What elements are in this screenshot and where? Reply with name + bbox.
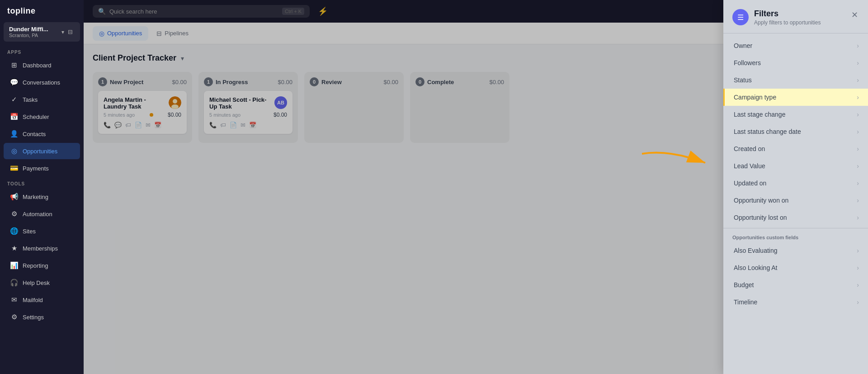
sidebar-item-marketing-label: Marketing (23, 194, 48, 200)
memberships-icon: ★ (10, 244, 18, 252)
filter-item-budget[interactable]: Budget › (723, 276, 868, 294)
filter-owner-label: Owner (734, 42, 857, 49)
sidebar-item-conversations-label: Conversations (23, 79, 60, 86)
sidebar-item-tasks-label: Tasks (23, 96, 38, 103)
settings-icon: ⚙ (10, 313, 18, 321)
filter-updated-on-label: Updated on (734, 180, 857, 187)
sidebar-item-mailfold[interactable]: ✉ Mailfold (4, 292, 80, 308)
filter-item-owner[interactable]: Owner › (723, 37, 868, 54)
filter-campaign-type-chevron-icon: › (857, 94, 859, 101)
filter-lead-value-label: Lead Value (734, 162, 857, 170)
sidebar-item-helpdesk-label: Help Desk (23, 279, 50, 286)
filters-panel: ☰ Filters Apply filters to opportunities… (723, 0, 868, 374)
filter-item-lead-value[interactable]: Lead Value › (723, 157, 868, 175)
filter-item-last-status-change-date[interactable]: Last status change date › (723, 123, 868, 140)
conversations-icon: 💬 (10, 78, 18, 86)
sidebar-expand-button[interactable]: ⊟ (66, 27, 75, 37)
scheduler-icon: 📅 (10, 113, 18, 121)
sidebar-item-reporting-label: Reporting (23, 262, 48, 269)
marketing-icon: 📢 (10, 193, 18, 201)
filter-also-looking-at-label: Also Looking At (734, 264, 857, 271)
main-area: 🔍 Quick search here Ctrl + K ⚡ T ◎ Oppor… (84, 0, 868, 374)
filter-opportunity-won-on-chevron-icon: › (857, 197, 859, 204)
sidebar-item-helpdesk[interactable]: 🎧 Help Desk (4, 275, 80, 291)
filters-close-button[interactable]: ✕ (850, 9, 859, 21)
workspace-name: Dunder Miffi... (9, 26, 60, 33)
app-name: topline (7, 6, 36, 16)
automation-icon: ⚙ (10, 210, 18, 218)
filter-item-opportunity-won-on[interactable]: Opportunity won on › (723, 192, 868, 209)
sidebar-item-dashboard[interactable]: ⊞ Dashboard (4, 57, 80, 73)
sidebar-logo: topline (0, 0, 84, 22)
filter-item-status[interactable]: Status › (723, 71, 868, 89)
workspace-chevron-icon: ▾ (61, 29, 64, 35)
reporting-icon: 📊 (10, 261, 18, 270)
filter-icon-symbol: ☰ (737, 13, 744, 22)
apps-section-label: Apps (0, 45, 84, 57)
filter-updated-on-chevron-icon: › (857, 180, 859, 187)
sidebar-item-memberships-label: Memberships (23, 245, 58, 252)
filters-divider (723, 228, 868, 228)
filter-last-status-change-date-label: Last status change date (734, 128, 857, 135)
dashboard-icon: ⊞ (10, 61, 18, 69)
filters-header: ☰ Filters Apply filters to opportunities… (723, 0, 868, 33)
sidebar-item-automation[interactable]: ⚙ Automation (4, 206, 80, 222)
sites-icon: 🌐 (10, 227, 18, 235)
sidebar-item-marketing[interactable]: 📢 Marketing (4, 189, 80, 205)
filter-created-on-chevron-icon: › (857, 145, 859, 152)
filter-last-stage-change-label: Last stage change (734, 111, 857, 118)
helpdesk-icon: 🎧 (10, 279, 18, 287)
sidebar-item-automation-label: Automation (23, 211, 52, 218)
custom-fields-label: Opportunities custom fields (723, 230, 868, 242)
sidebar-item-payments[interactable]: 💳 Payments (4, 160, 80, 176)
filter-item-also-evaluating[interactable]: Also Evaluating › (723, 242, 868, 259)
filter-owner-chevron-icon: › (857, 42, 859, 49)
filter-also-evaluating-chevron-icon: › (857, 247, 859, 254)
opportunities-icon: ◎ (10, 147, 18, 155)
filter-status-label: Status (734, 76, 857, 84)
sidebar-item-payments-label: Payments (23, 165, 49, 172)
workspace-selector[interactable]: Dunder Miffi... Scranton, PA ▾ ⊟ (4, 22, 80, 42)
filter-followers-label: Followers (734, 59, 857, 66)
sidebar-item-conversations[interactable]: 💬 Conversations (4, 74, 80, 90)
sidebar-item-sites-label: Sites (23, 228, 36, 235)
filter-item-updated-on[interactable]: Updated on › (723, 175, 868, 192)
sidebar-item-reporting[interactable]: 📊 Reporting (4, 257, 80, 274)
filter-timeline-label: Timeline (734, 298, 857, 306)
filter-campaign-type-label: Campaign type (734, 94, 857, 101)
filter-followers-chevron-icon: › (857, 59, 859, 66)
tasks-icon: ✓ (10, 95, 18, 104)
contacts-icon: 👤 (10, 130, 18, 138)
workspace-location: Scranton, PA (9, 33, 60, 38)
sidebar-item-opportunities-label: Opportunities (23, 148, 57, 155)
sidebar-item-settings[interactable]: ⚙ Settings (4, 309, 80, 325)
filter-item-created-on[interactable]: Created on › (723, 140, 868, 157)
filter-budget-label: Budget (734, 281, 857, 289)
filter-opportunity-won-on-label: Opportunity won on (734, 197, 857, 204)
filter-created-on-label: Created on (734, 145, 857, 152)
sidebar-item-tasks[interactable]: ✓ Tasks (4, 91, 80, 108)
filter-last-status-change-date-chevron-icon: › (857, 128, 859, 135)
sidebar-item-settings-label: Settings (23, 314, 44, 321)
filter-also-looking-at-chevron-icon: › (857, 264, 859, 271)
sidebar-item-contacts-label: Contacts (23, 131, 46, 137)
filter-item-followers[interactable]: Followers › (723, 54, 868, 71)
filter-item-also-looking-at[interactable]: Also Looking At › (723, 259, 868, 276)
filters-subtitle: Apply filters to opportunities (754, 19, 845, 26)
filters-title: Filters (754, 9, 845, 19)
sidebar-item-scheduler[interactable]: 📅 Scheduler (4, 109, 80, 125)
sidebar-item-contacts[interactable]: 👤 Contacts (4, 126, 80, 142)
filter-item-campaign-type[interactable]: Campaign type › (723, 89, 868, 106)
sidebar-item-sites[interactable]: 🌐 Sites (4, 223, 80, 239)
sidebar-item-opportunities[interactable]: ◎ Opportunities (4, 143, 80, 159)
filter-item-last-stage-change[interactable]: Last stage change › (723, 106, 868, 123)
filters-icon: ☰ (732, 9, 749, 25)
filter-item-opportunity-lost-on[interactable]: Opportunity lost on › (723, 209, 868, 226)
filter-budget-chevron-icon: › (857, 281, 859, 289)
filter-opportunity-lost-on-chevron-icon: › (857, 214, 859, 221)
filters-list: Owner › Followers › Status › Campaign ty… (723, 33, 868, 374)
filter-item-timeline[interactable]: Timeline › (723, 294, 868, 311)
sidebar-item-memberships[interactable]: ★ Memberships (4, 240, 80, 256)
filter-lead-value-chevron-icon: › (857, 162, 859, 170)
filter-opportunity-lost-on-label: Opportunity lost on (734, 214, 857, 221)
